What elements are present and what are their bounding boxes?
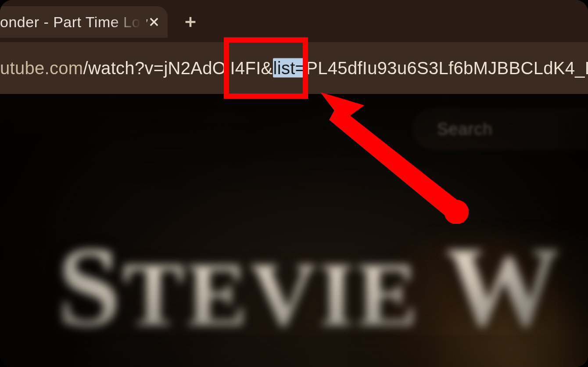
search-input[interactable]: Search: [412, 108, 588, 150]
tab-strip: onder - Part Time Lov: [0, 0, 588, 42]
video-hero-title: STEVIE W: [57, 221, 588, 353]
new-tab-button[interactable]: [182, 13, 199, 31]
browser-tab[interactable]: onder - Part Time Lov: [0, 6, 168, 38]
hero-cap-1: S: [57, 223, 123, 350]
url-host-faded: utube.com: [0, 58, 83, 78]
url-rest: PL45dfIu93u6S3Lf6bMJBBCLdK4_LZYjY: [306, 58, 588, 78]
browser-window: onder - Part Time Lov utube.com/watch?v=…: [0, 0, 588, 367]
url-path: /watch?v=jN2AdOjI4FI&: [83, 58, 272, 78]
search-placeholder: Search: [437, 120, 492, 139]
url-selected-text: list=: [273, 58, 306, 78]
hero-cap-2: W: [446, 223, 563, 350]
hero-text-1: TEVIE: [123, 244, 446, 345]
tab-title: onder - Part Time Lov: [0, 14, 147, 31]
url-text[interactable]: utube.com/watch?v=jN2AdOjI4FI&list=PL45d…: [0, 58, 588, 78]
close-icon[interactable]: [147, 15, 161, 29]
page-viewport: Search STEVIE W: [0, 94, 588, 367]
address-bar[interactable]: utube.com/watch?v=jN2AdOjI4FI&list=PL45d…: [0, 42, 588, 94]
